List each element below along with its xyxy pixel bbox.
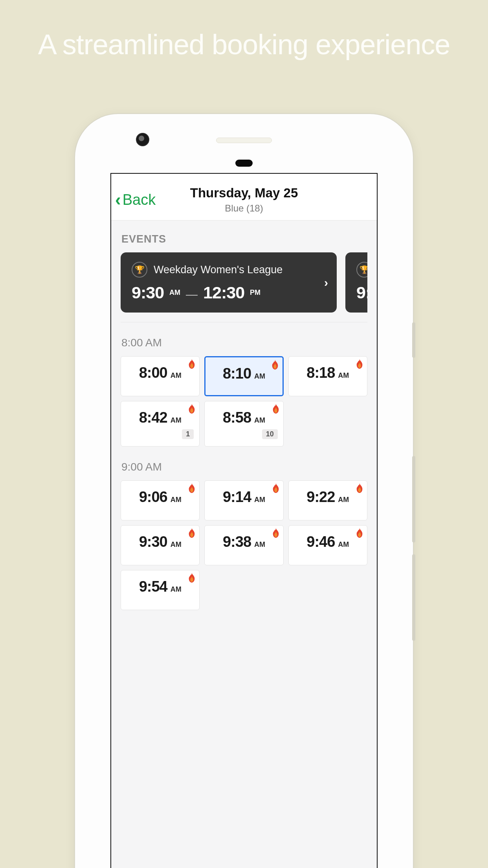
phone-side-button <box>412 322 415 358</box>
flame-icon <box>272 404 280 414</box>
tee-time-slot[interactable]: 9:46AM <box>288 525 367 565</box>
tee-time-slot[interactable]: 8:58AM 10 <box>204 401 283 447</box>
hour-header: 9:00 AM <box>121 461 367 473</box>
slot-badge: 10 <box>262 429 278 439</box>
slot-ampm: AM <box>338 541 349 549</box>
slot-time: 8:00 <box>139 364 167 381</box>
tee-time-slot[interactable]: 8:18AM <box>288 356 367 396</box>
tee-time-slot[interactable]: 9:38AM <box>204 525 283 565</box>
tee-time-slot[interactable]: 8:10AM <box>204 356 283 396</box>
tee-time-slot[interactable]: 9:22AM <box>288 480 367 520</box>
flame-icon <box>355 483 364 493</box>
slot-time: 9:22 <box>306 489 335 506</box>
slot-ampm: AM <box>171 371 182 380</box>
slot-time: 8:42 <box>139 409 167 426</box>
flame-icon <box>355 528 364 538</box>
tee-time-slot[interactable]: 9:30AM <box>121 525 200 565</box>
screen-body: EVENTS 🏆 Weekday Women's League 9:30 AM … <box>111 221 377 868</box>
phone-camera <box>136 133 149 146</box>
flame-icon <box>355 359 364 369</box>
flame-icon <box>187 483 196 493</box>
tee-time-slot[interactable]: 9:54AM <box>121 570 200 610</box>
slot-time: 9:30 <box>139 533 167 550</box>
back-button[interactable]: ‹ Back <box>115 191 156 208</box>
event-card[interactable]: 🏆 Weekday Women's League 9:30 AM — 12:30… <box>121 252 337 313</box>
event-time-range: 9: <box>356 283 367 302</box>
tee-time-slot[interactable]: 8:42AM 1 <box>121 401 200 447</box>
event-card[interactable]: 🏆 9: <box>345 252 367 313</box>
slot-time: 9:54 <box>139 578 167 595</box>
phone-sensor <box>235 160 253 167</box>
flame-icon <box>187 528 196 538</box>
back-label: Back <box>123 191 156 208</box>
slot-time: 8:18 <box>306 364 335 381</box>
flame-icon <box>272 483 280 493</box>
slot-ampm: AM <box>171 496 182 504</box>
trophy-icon: 🏆 <box>132 262 147 278</box>
flame-icon <box>187 404 196 414</box>
slot-time: 8:10 <box>223 365 251 382</box>
phone-side-button <box>412 456 415 542</box>
slot-time: 9:14 <box>223 489 251 506</box>
slot-ampm: AM <box>254 496 265 504</box>
slot-time: 9:46 <box>306 533 335 550</box>
tee-time-slot[interactable]: 9:14AM <box>204 480 283 520</box>
slot-ampm: AM <box>254 541 265 549</box>
event-time-range: 9:30 AM — 12:30 PM <box>132 283 326 302</box>
chevron-left-icon: ‹ <box>115 191 121 208</box>
event-end-time: 12:30 <box>203 283 244 302</box>
slot-time: 9:06 <box>139 489 167 506</box>
slot-grid: 8:00AM 8:10AM 8:18AM 8:42AM 18:58AM 10 <box>121 356 367 447</box>
slot-time: 8:58 <box>223 409 251 426</box>
phone-side-button <box>412 554 415 641</box>
slot-time: 9:38 <box>223 533 251 550</box>
slot-ampm: AM <box>171 541 182 549</box>
flame-icon <box>187 573 196 583</box>
promo-headline: A streamlined booking experience <box>0 28 488 61</box>
slot-ampm: AM <box>254 416 265 425</box>
event-end-ampm: PM <box>250 289 261 297</box>
event-start-ampm: AM <box>169 289 180 297</box>
slot-ampm: AM <box>171 585 182 594</box>
chevron-right-icon: › <box>324 276 328 289</box>
slot-grid: 9:06AM 9:14AM 9:22AM 9:30AM 9:38AM 9:46A… <box>121 480 367 610</box>
events-carousel[interactable]: 🏆 Weekday Women's League 9:30 AM — 12:30… <box>121 252 367 322</box>
navbar: ‹ Back Thursday, May 25 Blue (18) <box>111 174 377 221</box>
slot-ampm: AM <box>338 496 349 504</box>
slot-ampm: AM <box>171 416 182 425</box>
tee-time-slot[interactable]: 8:00AM <box>121 356 200 396</box>
slot-ampm: AM <box>338 371 349 380</box>
event-start-time: 9:30 <box>132 283 164 302</box>
flame-icon <box>272 528 280 538</box>
slot-badge: 1 <box>182 429 194 439</box>
phone-frame: ‹ Back Thursday, May 25 Blue (18) EVENTS… <box>75 114 413 868</box>
nav-title: Thursday, May 25 <box>119 186 369 200</box>
flame-icon <box>187 359 196 369</box>
flame-icon <box>271 360 279 370</box>
hour-header: 8:00 AM <box>121 337 367 349</box>
trophy-icon: 🏆 <box>356 262 367 278</box>
tee-time-slot[interactable]: 9:06AM <box>121 480 200 520</box>
events-section-label: EVENTS <box>121 233 367 245</box>
event-start-time: 9: <box>356 283 367 302</box>
nav-subtitle: Blue (18) <box>119 203 369 214</box>
app-screen: ‹ Back Thursday, May 25 Blue (18) EVENTS… <box>110 173 378 868</box>
event-name: Weekday Women's League <box>154 264 283 276</box>
dash-icon: — <box>186 288 198 301</box>
slot-ampm: AM <box>254 372 265 381</box>
